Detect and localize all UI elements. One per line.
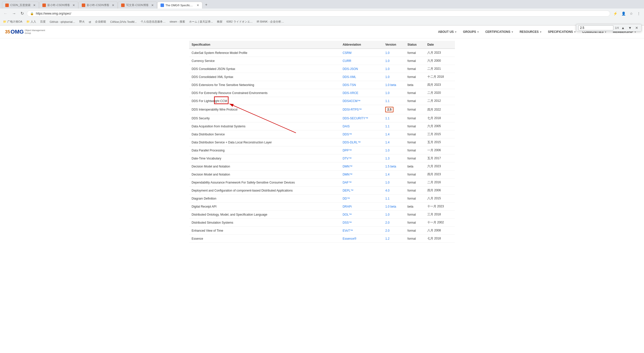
star-button[interactable]: ☆	[628, 11, 634, 17]
spec-abbr-cell[interactable]: DRAPi	[340, 203, 383, 211]
spec-abbr-cell[interactable]: Essence®	[340, 235, 383, 243]
spec-version-link[interactable]: 1.4	[385, 173, 389, 176]
spec-abbr-link[interactable]: DDS-XRCE	[343, 91, 358, 95]
spec-abbr-link[interactable]: DD™	[343, 197, 350, 200]
bookmark-9[interactable]: 个人信息信息服务…	[140, 19, 167, 24]
spec-abbr-cell[interactable]: DDS™	[340, 130, 383, 138]
spec-abbr-link[interactable]: DPP™	[343, 149, 352, 152]
more-button[interactable]: ⋮	[635, 11, 642, 17]
spec-version-link[interactable]: 1.5 beta	[385, 165, 396, 168]
profile-button[interactable]: 👤	[620, 11, 627, 17]
spec-version-link[interactable]: 1.0	[385, 91, 389, 95]
spec-abbr-cell[interactable]: DAF™	[340, 179, 383, 187]
spec-version-link[interactable]: 1.0	[385, 59, 389, 63]
bookmark-6[interactable]: qt	[88, 20, 92, 24]
spec-abbr-link[interactable]: DDS-DLRL™	[343, 141, 361, 144]
spec-abbr-cell[interactable]: DDS-TSN	[340, 81, 383, 89]
spec-abbr-link[interactable]: DDS-SECURITY™	[343, 117, 368, 120]
bookmark-11[interactable]: ホーム | 楽天証券...	[188, 19, 214, 24]
spec-version-link[interactable]: 1.0 beta	[385, 205, 396, 208]
bookmark-14[interactable]: IR BANK - 企业分析…	[256, 19, 285, 24]
back-button[interactable]: ←	[2, 10, 9, 17]
nav-specifications[interactable]: SPECIFICATIONS ▼	[545, 29, 579, 35]
spec-version-link[interactable]: 1.3	[385, 157, 389, 160]
spec-abbr-link[interactable]: DEPL™	[343, 189, 353, 192]
spec-version-link[interactable]: 4.0	[385, 189, 389, 192]
tab-close-2[interactable]: ✕	[72, 4, 75, 7]
spec-abbr-cell[interactable]: DDS4CCM™	[340, 97, 383, 105]
bookmark-8[interactable]: CANoe,D/Vis TestM...	[109, 20, 138, 24]
bookmark-5[interactable]: 野火	[78, 19, 86, 24]
spec-abbr-link[interactable]: DDS-TSN	[343, 83, 356, 87]
find-close-button[interactable]: ✕	[634, 25, 639, 30]
spec-abbr-cell[interactable]: DOL™	[340, 211, 383, 219]
spec-abbr-link[interactable]: Essence®	[343, 237, 356, 240]
spec-abbr-cell[interactable]: DMN™	[340, 170, 383, 179]
spec-version-link[interactable]: 1.0 beta	[385, 83, 396, 87]
forward-button[interactable]: →	[11, 10, 18, 17]
find-prev-button[interactable]: ▲	[620, 25, 626, 30]
spec-abbr-link[interactable]: DAF™	[343, 181, 352, 184]
spec-abbr-link[interactable]: DMN™	[343, 165, 352, 168]
nav-certifications[interactable]: CERTIFICATIONS ▼	[483, 29, 516, 35]
nav-resources[interactable]: RESOURCES ▼	[517, 29, 544, 35]
spec-abbr-link[interactable]: DDS™	[343, 133, 352, 136]
bookmark-12[interactable]: 株探	[216, 19, 223, 24]
spec-abbr-cell[interactable]: DAIS	[340, 122, 383, 130]
spec-version-link[interactable]: 1.1	[385, 117, 389, 120]
spec-abbr-cell[interactable]: DDS-JSON	[340, 65, 383, 73]
browser-tab-1[interactable]: CSDN_百度搜索 ✕	[2, 2, 39, 9]
spec-abbr-link[interactable]: CSRM	[343, 51, 351, 55]
spec-abbr-link[interactable]: DDS4CCM™	[343, 99, 360, 103]
spec-version-link[interactable]: 1.4	[385, 141, 389, 144]
spec-version-link[interactable]: 2.0	[385, 221, 389, 224]
extensions-button[interactable]: ⚡	[612, 11, 619, 17]
nav-groups[interactable]: GROUPS ▼	[460, 29, 482, 35]
browser-tab-2[interactable]: 影小昨-CSDN博客 ✕	[39, 2, 78, 9]
spec-version-link[interactable]: 1.0	[385, 149, 389, 152]
spec-version-link[interactable]: 1.1	[385, 197, 389, 200]
spec-abbr-cell[interactable]: DDS-SECURITY™	[340, 114, 383, 122]
bookmark-10[interactable]: steam - 搜索	[169, 19, 186, 24]
spec-abbr-cell[interactable]: CURR	[340, 57, 383, 65]
spec-abbr-link[interactable]: DOL™	[343, 213, 352, 216]
spec-abbr-cell[interactable]: DPP™	[340, 146, 383, 154]
spec-abbr-cell[interactable]: DDS-XRCE	[340, 89, 383, 97]
spec-abbr-cell[interactable]: DMN™	[340, 162, 383, 170]
bookmark-omg[interactable]: 📁 广电计画OA	[2, 19, 23, 24]
spec-abbr-link[interactable]: DTV™	[343, 157, 352, 160]
spec-version-link[interactable]: 1.0	[385, 181, 389, 184]
bookmark-3[interactable]: 百度	[39, 19, 47, 24]
nav-about-us[interactable]: ABOUT US ▼	[436, 29, 460, 35]
spec-abbr-cell[interactable]: CSRM	[340, 49, 383, 57]
spec-abbr-cell[interactable]: DD™	[340, 195, 383, 203]
spec-version-link[interactable]: 1.1	[385, 125, 389, 128]
spec-abbr-link[interactable]: DDS-JSON	[343, 67, 358, 71]
spec-abbr-cell[interactable]: DDS-XML	[340, 73, 383, 81]
find-next-button[interactable]: ▼	[627, 25, 633, 30]
address-bar[interactable]: 🔒 https://www.omg.org/spec/	[27, 11, 610, 17]
spec-version-link[interactable]: 1.0	[385, 67, 389, 71]
spec-abbr-cell[interactable]: DDSI-RTPS™	[340, 105, 383, 114]
spec-abbr-cell[interactable]: EVoT™	[340, 227, 383, 235]
spec-abbr-link[interactable]: EVoT™	[343, 229, 353, 232]
spec-version-link[interactable]: 1.1	[385, 99, 389, 103]
browser-tab-5[interactable]: The OMG® Specifications Cata… ✕	[157, 2, 202, 9]
bookmark-13[interactable]: 6082 ライドオンエ…	[225, 19, 254, 24]
bookmark-7[interactable]: 企业邮箱	[94, 19, 107, 24]
tab-close-1[interactable]: ✕	[33, 4, 36, 7]
browser-tab-4[interactable]: 写文章-CSDN博客 ✕	[118, 2, 157, 9]
new-tab-button[interactable]: +	[203, 1, 210, 9]
spec-version-link[interactable]: 1.2	[385, 237, 389, 240]
spec-abbr-cell[interactable]: DDS-DLRL™	[340, 138, 383, 146]
spec-abbr-link[interactable]: DSS™	[343, 221, 352, 224]
spec-version-link[interactable]: 2.0	[385, 229, 389, 232]
browser-tab-3[interactable]: 影小昨-CSDN博客 ✕	[78, 2, 118, 9]
spec-version-link[interactable]: 1.0	[385, 51, 389, 55]
spec-abbr-cell[interactable]: DTV™	[340, 154, 383, 162]
tab-close-5[interactable]: ✕	[197, 4, 199, 7]
spec-abbr-link[interactable]: DAIS	[343, 125, 350, 128]
spec-version-link[interactable]: 1.0	[385, 213, 389, 216]
spec-abbr-link[interactable]: DRAPi	[343, 205, 352, 208]
reload-button[interactable]: ↻	[19, 10, 25, 17]
